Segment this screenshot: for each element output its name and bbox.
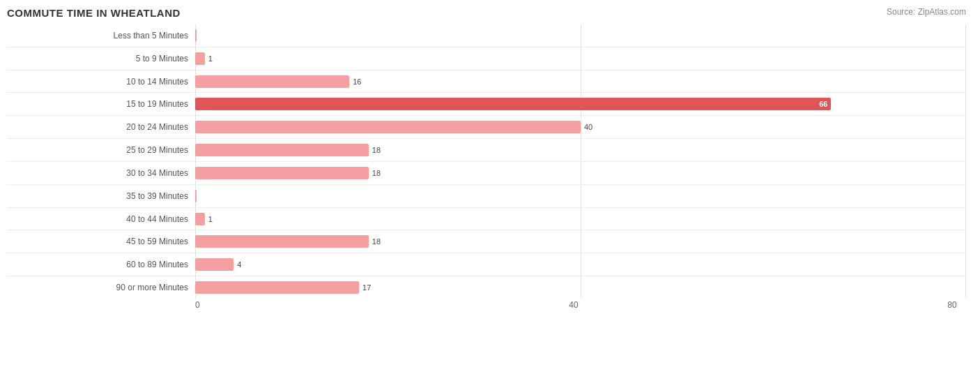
bar-value: 40	[584, 123, 592, 131]
bar-fill	[195, 75, 349, 88]
bar-track: 18	[195, 140, 966, 160]
bar-label: 30 to 34 Minutes	[7, 168, 195, 178]
bar-fill	[195, 190, 197, 202]
chart-area: Less than 5 Minutes5 to 9 Minutes110 to …	[7, 24, 966, 320]
bar-value: 18	[372, 237, 381, 246]
bar-track: 16	[195, 72, 966, 91]
bar-track: 1	[195, 49, 966, 68]
bar-value: 17	[362, 283, 371, 292]
bar-fill	[195, 213, 205, 225]
bar-row: 25 to 29 Minutes18	[7, 139, 966, 162]
bar-track: 1	[195, 209, 966, 229]
bar-fill	[195, 121, 581, 133]
bar-fill	[195, 235, 369, 248]
chart-title: COMMUTE TIME IN WHEATLAND	[7, 7, 966, 19]
bar-label: 35 to 39 Minutes	[7, 191, 195, 201]
bar-track: 17	[195, 278, 966, 297]
bar-track: 40	[195, 117, 966, 137]
bar-fill	[195, 167, 369, 179]
bar-label: 15 to 19 Minutes	[7, 99, 195, 109]
bar-value: 1	[208, 215, 213, 223]
bar-value: 16	[353, 77, 361, 86]
bar-row: 90 or more Minutes17	[7, 276, 966, 299]
bar-row: 35 to 39 Minutes	[7, 185, 966, 208]
bar-row: 40 to 44 Minutes1	[7, 208, 966, 231]
bar-row: Less than 5 Minutes	[7, 24, 966, 47]
bar-label: 45 to 59 Minutes	[7, 237, 195, 246]
bar-fill	[195, 52, 205, 65]
bar-fill	[195, 258, 233, 271]
chart-container: COMMUTE TIME IN WHEATLAND Source: ZipAtl…	[0, 0, 980, 365]
bar-label: 10 to 14 Minutes	[7, 77, 195, 87]
bar-row: 5 to 9 Minutes1	[7, 47, 966, 70]
bar-label: 5 to 9 Minutes	[7, 54, 195, 64]
bar-fill	[195, 144, 369, 156]
x-tick: 40	[569, 300, 578, 310]
bar-label: 20 to 24 Minutes	[7, 122, 195, 132]
bar-row: 60 to 89 Minutes4	[7, 253, 966, 276]
source-label: Source: ZipAtlas.com	[887, 7, 966, 17]
bar-fill	[195, 29, 197, 42]
bar-label: 60 to 89 Minutes	[7, 260, 195, 269]
bar-track: 4	[195, 255, 966, 274]
bar-value: 18	[372, 146, 381, 154]
bar-track	[195, 26, 966, 45]
bar-label: Less than 5 Minutes	[7, 31, 195, 40]
bar-row: 45 to 59 Minutes18	[7, 230, 966, 253]
bar-track: 18	[195, 163, 966, 183]
bar-label: 25 to 29 Minutes	[7, 145, 195, 155]
bar-fill	[195, 281, 359, 294]
bar-track	[195, 186, 966, 206]
bars-wrapper: Less than 5 Minutes5 to 9 Minutes110 to …	[7, 24, 966, 299]
bar-value: 4	[237, 260, 241, 269]
bar-row: 15 to 19 Minutes66	[7, 93, 966, 116]
bar-value: 1	[208, 54, 213, 63]
x-tick: 0	[195, 300, 200, 310]
bar-row: 20 to 24 Minutes40	[7, 116, 966, 139]
bar-fill: 66	[195, 98, 831, 110]
bar-row: 30 to 34 Minutes18	[7, 162, 966, 185]
bar-track: 66	[195, 94, 966, 114]
bar-track: 18	[195, 232, 966, 251]
bar-value: 18	[372, 169, 381, 177]
bar-label: 40 to 44 Minutes	[7, 214, 195, 224]
bar-row: 10 to 14 Minutes16	[7, 70, 966, 94]
bar-label: 90 or more Minutes	[7, 283, 195, 292]
x-tick: 80	[947, 300, 956, 310]
x-axis: 04080	[195, 300, 966, 320]
